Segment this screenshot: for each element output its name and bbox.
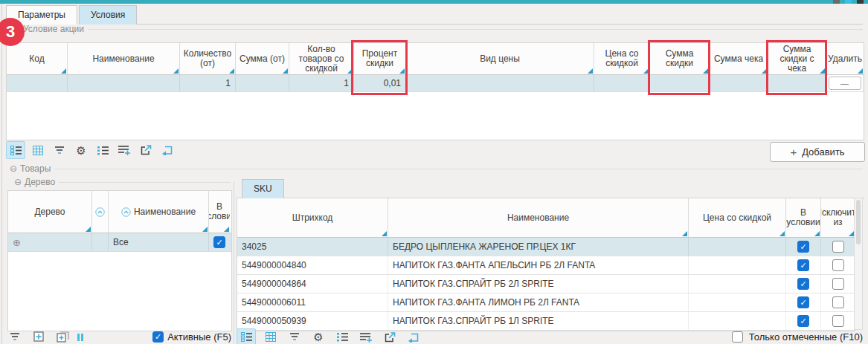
scrollbar-thumb[interactable] bbox=[856, 200, 861, 244]
sku-row[interactable]: 5449000004864 НАПИТОК ГАЗ.СПРАЙТ РБ 2Л S… bbox=[237, 275, 855, 293]
clipboard-icon[interactable] bbox=[77, 334, 83, 341]
sku-row[interactable]: 5449000050939 НАПИТОК ГАЗ.СПРАЙТ РБ 1Л S… bbox=[237, 312, 855, 331]
condition-table-row[interactable]: 1 1 0,01 — bbox=[7, 75, 864, 92]
sku-row[interactable]: 5449000006011 НАПИТОК ГАЗ.ФАНТА ЛИМОН РБ… bbox=[237, 293, 855, 312]
sort-indicator-icon bbox=[849, 231, 854, 236]
sort-indicator-icon bbox=[202, 227, 208, 232]
sort-indicator-icon bbox=[86, 227, 91, 232]
group-title-label: Товары bbox=[20, 163, 51, 174]
collapse-icon[interactable]: ⊖ bbox=[14, 177, 22, 187]
column-header-quantity-from[interactable]: Количество (от) bbox=[180, 43, 236, 74]
add-rows-icon[interactable] bbox=[115, 142, 133, 158]
column-header-tree[interactable]: Дерево bbox=[8, 191, 92, 233]
column-label: Сумма чека bbox=[714, 54, 763, 64]
open-external-icon[interactable] bbox=[381, 329, 399, 344]
refresh-icon[interactable] bbox=[158, 142, 176, 158]
column-header-sku-name[interactable]: Наименование bbox=[388, 198, 689, 237]
vertical-scrollbar[interactable] bbox=[854, 198, 863, 330]
column-header-discount-price[interactable]: Цена со скидкой bbox=[594, 43, 650, 74]
column-header-sku-in-condition[interactable]: В условии bbox=[786, 198, 821, 237]
cell-in-condition bbox=[786, 238, 821, 256]
numbered-list-icon[interactable] bbox=[333, 329, 351, 344]
settings-gear-icon[interactable]: ⚙ bbox=[72, 142, 90, 158]
open-external-icon[interactable] bbox=[137, 142, 155, 158]
in-condition-checkbox[interactable] bbox=[797, 259, 809, 271]
column-header-in-condition[interactable]: В условии bbox=[209, 191, 230, 233]
annotation-discount-sum-rect bbox=[648, 40, 710, 95]
tab-sku[interactable]: SKU bbox=[242, 179, 284, 198]
in-condition-checkbox[interactable] bbox=[797, 278, 809, 290]
column-header-price-type[interactable]: Вид цены bbox=[406, 43, 594, 74]
column-header-tree-name[interactable]: Наименование bbox=[109, 191, 209, 233]
sku-row[interactable]: 34025 БЕДРО ЦЫПЛЕНКА ЖАРЕНОЕ ПР.ЦЕХ 1КГ bbox=[237, 238, 855, 256]
numbered-list-icon[interactable] bbox=[94, 142, 112, 158]
column-header-code[interactable]: Код bbox=[7, 43, 68, 74]
exclude-checkbox[interactable] bbox=[832, 259, 844, 271]
column-header-discount-goods-count[interactable]: Кол-во товаров со скидкой bbox=[289, 43, 354, 74]
column-label: Дерево bbox=[34, 207, 65, 217]
cell-sku-name: НАПИТОК ГАЗ.ФАНТА АПЕЛЬСИН РБ 2Л FANTA bbox=[388, 256, 689, 274]
column-header-exclude[interactable]: Исключить из bbox=[821, 198, 855, 237]
grid-view-icon[interactable] bbox=[29, 142, 47, 158]
sort-indicator-icon bbox=[229, 68, 234, 74]
column-header-name[interactable]: Наименование bbox=[68, 43, 180, 74]
filter-icon[interactable] bbox=[286, 329, 303, 344]
add-button[interactable]: + Добавить bbox=[770, 142, 865, 162]
sort-indicator-icon bbox=[224, 227, 229, 232]
cell-exclude bbox=[821, 312, 855, 330]
plus-icon: + bbox=[790, 147, 797, 157]
cell-discount-price bbox=[594, 75, 650, 91]
add-group-icon[interactable] bbox=[54, 329, 71, 344]
exclude-checkbox[interactable] bbox=[832, 296, 844, 308]
sku-row[interactable]: 5449000004840 НАПИТОК ГАЗ.ФАНТА АПЕЛЬСИН… bbox=[237, 256, 855, 275]
grid-view-icon[interactable] bbox=[262, 329, 280, 344]
filter-icon[interactable] bbox=[51, 142, 68, 158]
list-view-icon[interactable] bbox=[237, 328, 256, 344]
filter-icon[interactable] bbox=[6, 329, 24, 344]
sort-indicator-icon bbox=[588, 68, 593, 74]
delete-row-button[interactable]: — bbox=[829, 77, 861, 90]
refresh-icon[interactable] bbox=[405, 329, 422, 344]
cell-price-type bbox=[406, 75, 594, 91]
cell-in-condition bbox=[786, 312, 821, 330]
column-header-sort[interactable] bbox=[92, 191, 109, 233]
exclude-checkbox[interactable] bbox=[832, 278, 844, 290]
tab-conditions[interactable]: Условия bbox=[79, 5, 137, 25]
cell-barcode: 5449000004840 bbox=[237, 256, 388, 274]
column-header-delete[interactable]: Удалить bbox=[826, 43, 864, 74]
sort-indicator-icon bbox=[682, 231, 687, 236]
annotation-discount-percent-rect bbox=[351, 40, 408, 95]
exclude-checkbox[interactable] bbox=[832, 315, 844, 327]
column-header-receipt-sum[interactable]: Сумма чека bbox=[710, 43, 768, 74]
sort-indicator-icon bbox=[858, 68, 863, 74]
column-header-sum-from[interactable]: Сумма (от) bbox=[236, 43, 289, 74]
in-condition-checkbox[interactable] bbox=[797, 296, 809, 308]
column-label: Исключить из bbox=[821, 208, 855, 227]
column-label: Цена со скидкой bbox=[596, 49, 648, 68]
list-view-icon[interactable] bbox=[6, 141, 25, 159]
column-label: В условии bbox=[209, 202, 230, 221]
in-condition-checkbox[interactable] bbox=[213, 236, 225, 248]
goods-group-title: ⊖Товары bbox=[6, 163, 54, 174]
tree-row[interactable]: ⊕ Все bbox=[8, 233, 231, 252]
condition-table: Код Наименование Количество (от) Сумма (… bbox=[6, 42, 864, 140]
in-condition-checkbox[interactable] bbox=[797, 241, 809, 253]
add-item-icon[interactable] bbox=[30, 329, 48, 344]
column-header-sku-price[interactable]: Цена со скидкой bbox=[689, 198, 786, 237]
cell-sku-price bbox=[689, 256, 786, 274]
add-rows-icon[interactable] bbox=[357, 329, 375, 344]
column-header-barcode[interactable]: Штрихкод bbox=[237, 198, 388, 237]
settings-gear-icon[interactable]: ⚙ bbox=[309, 329, 327, 344]
sort-indicator-icon bbox=[61, 68, 66, 74]
active-filter-checkbox[interactable] bbox=[152, 331, 164, 343]
cell-exclude bbox=[821, 238, 855, 256]
in-condition-checkbox[interactable] bbox=[797, 315, 809, 327]
cell-sku-name: НАПИТОК ГАЗ.СПРАЙТ РБ 1Л SPRITE bbox=[388, 312, 689, 330]
column-label: Наименование bbox=[92, 54, 154, 64]
cell-barcode: 5449000006011 bbox=[237, 293, 388, 311]
collapse-icon[interactable]: ⊖ bbox=[10, 163, 17, 174]
column-label: Сумма (от) bbox=[239, 54, 285, 64]
exclude-checkbox[interactable] bbox=[832, 241, 844, 253]
expand-icon[interactable]: ⊕ bbox=[13, 237, 21, 248]
only-marked-checkbox[interactable] bbox=[732, 331, 743, 343]
